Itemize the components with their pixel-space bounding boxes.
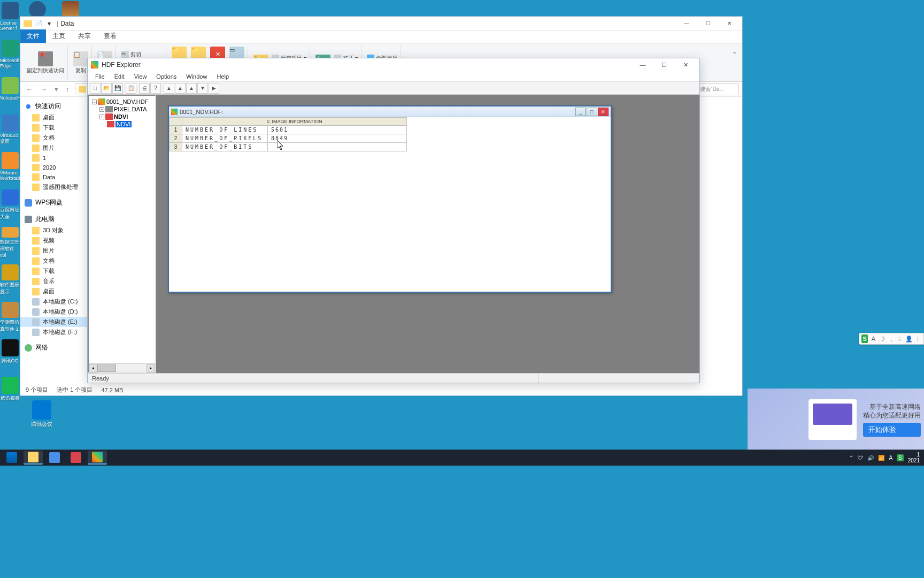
menu-help[interactable]: Help: [212, 72, 233, 81]
nav-history-icon[interactable]: ▾: [52, 85, 60, 93]
tb-print[interactable]: 🖨: [139, 83, 150, 94]
tray-clock[interactable]: 1 2021: [908, 452, 920, 463]
menu-view[interactable]: View: [130, 72, 151, 81]
sidebar-item[interactable]: 本地磁盘 (F:): [20, 327, 92, 337]
tb-up[interactable]: ▲: [164, 83, 174, 94]
sidebar-item[interactable]: 2020: [20, 163, 92, 172]
maximize-button[interactable]: ☐: [653, 59, 675, 70]
collapse-icon[interactable]: -: [92, 100, 97, 104]
mdi-minimize-button[interactable]: _: [575, 108, 586, 116]
sidebar-item[interactable]: 3D 对象: [20, 225, 92, 235]
grid-row[interactable]: 2 NUMBER_OF_PIXELS 8849: [170, 134, 407, 143]
sidebar-item[interactable]: 下载: [20, 123, 92, 133]
desktop-icon[interactable]: VMware Workstati: [0, 152, 20, 183]
mdi-close-button[interactable]: ✕: [598, 108, 609, 116]
tb-open[interactable]: 📂: [101, 83, 112, 94]
ime-s-icon[interactable]: S: [861, 334, 868, 343]
tree-node-root[interactable]: -0001_NDV.HDF: [91, 98, 153, 105]
grid-cell-key[interactable]: NUMBER_OF_PIXELS: [182, 134, 268, 143]
desktop-icon[interactable]: License Server f: [0, 2, 20, 33]
ime-user-icon[interactable]: 👤: [905, 334, 913, 343]
ribbon-collapse-icon[interactable]: ⌃: [732, 51, 737, 58]
desktop-icon[interactable]: VirtuoZo桌面: [0, 115, 20, 146]
desktop-icon-tencent-meeting[interactable]: 腾讯会议: [29, 400, 55, 428]
tree-hscrollbar[interactable]: ◂ ▸: [89, 363, 155, 372]
menu-edit[interactable]: Edit: [110, 72, 129, 81]
sidebar-network[interactable]: 网络: [20, 341, 92, 354]
desktop-icon[interactable]: 腾讯QQ: [0, 339, 20, 370]
ime-toolbar[interactable]: S A ☽ ， ≡ 👤 ⋮: [859, 333, 924, 345]
sidebar-item[interactable]: 遥感图像处理: [20, 182, 92, 192]
tab-share[interactable]: 共享: [72, 29, 97, 43]
tray-network-icon[interactable]: 📶: [878, 455, 884, 461]
tab-view[interactable]: 查看: [97, 29, 123, 43]
mdi-titlebar[interactable]: 0001_NDV.HDF: _ □ ✕: [169, 107, 611, 117]
nav-back[interactable]: ←: [24, 85, 35, 93]
sidebar-quick-access[interactable]: 快速访问: [20, 100, 92, 112]
ime-moon-icon[interactable]: ☽: [879, 334, 886, 343]
tab-file[interactable]: 文件: [20, 29, 46, 43]
sidebar-item[interactable]: 桌面: [20, 112, 92, 123]
tray-chevron-icon[interactable]: ⌃: [849, 455, 853, 461]
grid-row[interactable]: 3 NUMBER_OF_BITS: [170, 143, 407, 151]
sidebar-item[interactable]: Data: [20, 172, 92, 182]
sidebar-item[interactable]: 下载: [20, 266, 92, 276]
ribbon-cut[interactable]: ✂剪切: [121, 51, 163, 58]
menu-window[interactable]: Window: [182, 72, 211, 81]
desktop-icon[interactable]: 学测图仿真软件 1.: [0, 302, 20, 333]
sidebar-item[interactable]: 文档: [20, 133, 92, 143]
grid-cell-val[interactable]: [268, 143, 407, 151]
sidebar-item[interactable]: 本地磁盘 (C:): [20, 296, 92, 307]
ime-comma-icon[interactable]: ，: [888, 334, 894, 343]
grid-row[interactable]: 1 NUMBER_OF_LINES 5601: [170, 126, 407, 134]
ribbon-pin[interactable]: 📌固定到快速访问: [24, 45, 68, 79]
tray-ime-icon[interactable]: A: [889, 455, 892, 461]
nav-up[interactable]: ↑: [64, 85, 72, 93]
desktop-icon[interactable]: 百度网址大全: [0, 189, 20, 220]
sidebar-item[interactable]: 桌面: [20, 286, 92, 296]
sidebar-item[interactable]: 文档: [20, 256, 92, 266]
data-grid[interactable]: 1: IMAGE INFORMATION 1 NUMBER_OF_LINES 5…: [169, 117, 407, 151]
ime-more-icon[interactable]: ⋮: [915, 334, 921, 343]
tb-upup[interactable]: ▲: [175, 83, 186, 94]
sidebar-item[interactable]: 图片: [20, 246, 92, 256]
tray-shield-icon[interactable]: 🛡: [858, 455, 863, 461]
desktop-icon[interactable]: Microsoft Edge: [0, 40, 20, 71]
sidebar-pc[interactable]: 此电脑: [20, 213, 92, 225]
tb-new[interactable]: □: [90, 83, 101, 94]
sidebar-item[interactable]: 视频: [20, 235, 92, 246]
tb-save[interactable]: 💾: [112, 83, 123, 94]
desktop-icon[interactable]: 数据堂管理软件vol: [0, 227, 20, 258]
tb-play[interactable]: ▶: [209, 83, 219, 94]
chevron-down-icon[interactable]: ▾: [45, 19, 53, 28]
promo-panel[interactable]: 基于全新高速网络 精心为您适配更好用 开始体验: [748, 389, 924, 450]
menu-options[interactable]: Options: [152, 72, 181, 81]
mdi-maximize-button[interactable]: □: [587, 108, 597, 116]
system-tray[interactable]: ⌃ 🛡 🔊 📶 A S 1 2021: [849, 452, 922, 463]
tree-node-ndvi-selected[interactable]: NDVI: [91, 120, 153, 128]
tb-downdown[interactable]: ▼: [197, 83, 208, 94]
taskbar-start[interactable]: [2, 451, 21, 465]
close-button[interactable]: ✕: [675, 59, 696, 70]
sidebar-item[interactable]: 本地磁盘 (D:): [20, 307, 92, 317]
tb-help[interactable]: ?: [150, 83, 161, 94]
sidebar-item[interactable]: 音乐: [20, 276, 92, 286]
minimize-button[interactable]: —: [676, 18, 697, 29]
grid-cell-val[interactable]: 5601: [268, 126, 407, 134]
grid-cell-key[interactable]: NUMBER_OF_BITS: [182, 143, 268, 151]
hdf-tree[interactable]: -0001_NDV.HDF +PIXEL DATA +NDVI NDVI: [89, 96, 155, 363]
grid-cell-val[interactable]: 8849: [268, 134, 407, 143]
tb-copy[interactable]: 📋: [126, 83, 136, 94]
tray-volume-icon[interactable]: 🔊: [867, 455, 874, 461]
minimize-button[interactable]: —: [632, 59, 653, 70]
nav-forward[interactable]: →: [38, 85, 49, 93]
sidebar-wps[interactable]: WPS网盘: [20, 196, 92, 209]
desktop-icon[interactable]: Notepad+: [0, 77, 20, 108]
ime-a-icon[interactable]: A: [870, 334, 876, 343]
tree-node-pixel-data[interactable]: +PIXEL DATA: [91, 105, 153, 113]
tree-node-ndvi[interactable]: +NDVI: [91, 113, 153, 120]
taskbar-hdf[interactable]: [88, 451, 107, 465]
scroll-right-icon[interactable]: ▸: [147, 364, 155, 372]
sidebar-item[interactable]: 图片: [20, 143, 92, 153]
sidebar-item-selected[interactable]: 本地磁盘 (E:): [20, 317, 92, 327]
